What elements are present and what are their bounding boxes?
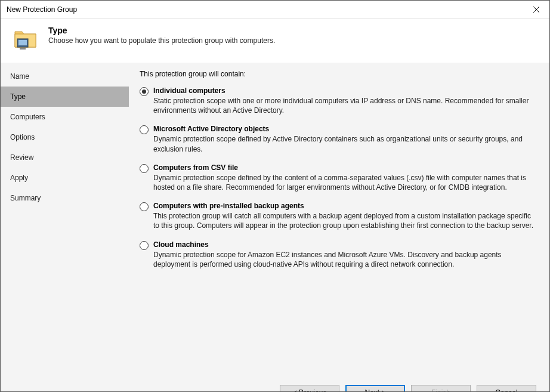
close-button[interactable] [523, 1, 549, 18]
radio-individual-computers[interactable] [140, 87, 149, 96]
wizard-body: Name Type Computers Options Review Apply… [1, 63, 549, 376]
sidebar: Name Type Computers Options Review Apply… [1, 63, 129, 376]
option-csv-file[interactable]: Computers from CSV file Dynamic protecti… [140, 163, 535, 192]
option-text: Computers with pre-installed backup agen… [153, 202, 535, 230]
option-cloud-machines[interactable]: Cloud machines Dynamic protection scope … [140, 240, 535, 269]
option-text: Microsoft Active Directory objects Dynam… [153, 125, 535, 153]
option-text: Cloud machines Dynamic protection scope … [153, 240, 535, 269]
option-active-directory[interactable]: Microsoft Active Directory objects Dynam… [140, 125, 535, 153]
cancel-button[interactable]: Cancel [477, 385, 536, 392]
svg-rect-1 [18, 40, 27, 45]
option-desc: This protection group will catch all com… [153, 211, 535, 230]
sidebar-item-options[interactable]: Options [1, 127, 129, 147]
header-text: Type Choose how you want to populate thi… [48, 26, 275, 45]
option-title: Computers with pre-installed backup agen… [153, 202, 535, 210]
header-icon [11, 26, 40, 54]
option-title: Individual computers [153, 87, 535, 95]
option-desc: Dynamic protection scope defined by the … [153, 173, 535, 192]
sidebar-item-apply[interactable]: Apply [1, 168, 129, 188]
sidebar-item-review[interactable]: Review [1, 147, 129, 168]
option-title: Microsoft Active Directory objects [153, 125, 535, 133]
radio-cloud-machines[interactable] [140, 241, 149, 250]
finish-button: Finish [411, 385, 471, 392]
previous-button[interactable]: < Previous [280, 385, 339, 392]
content-intro: This protection group will contain: [140, 70, 535, 78]
wizard-header: Type Choose how you want to populate thi… [1, 18, 549, 63]
sidebar-item-name[interactable]: Name [1, 66, 129, 87]
option-desc: Dynamic protection scope defined by Acti… [153, 134, 535, 153]
option-preinstalled-agents[interactable]: Computers with pre-installed backup agen… [140, 202, 535, 230]
option-text: Individual computers Static protection s… [153, 87, 535, 115]
folder-computer-icon [11, 26, 40, 54]
page-subtitle: Choose how you want to populate this pro… [48, 36, 275, 45]
option-title: Computers from CSV file [153, 163, 535, 172]
close-icon [533, 7, 539, 13]
option-desc: Static protection scope with one or more… [153, 96, 535, 115]
sidebar-item-type[interactable]: Type [1, 87, 129, 107]
sidebar-item-summary[interactable]: Summary [1, 188, 129, 208]
page-title: Type [48, 26, 275, 35]
content-area: This protection group will contain: Indi… [129, 63, 549, 376]
titlebar: New Protection Group [1, 1, 549, 18]
sidebar-item-computers[interactable]: Computers [1, 107, 129, 127]
radio-preinstalled-agents[interactable] [140, 202, 149, 211]
svg-rect-2 [20, 48, 26, 50]
wizard-footer: < Previous Next > Finish Cancel [1, 376, 549, 392]
option-text: Computers from CSV file Dynamic protecti… [153, 163, 535, 192]
option-individual-computers[interactable]: Individual computers Static protection s… [140, 87, 535, 115]
window-title: New Protection Group [7, 5, 77, 14]
next-button[interactable]: Next > [345, 385, 405, 392]
radio-csv-file[interactable] [140, 164, 149, 173]
option-title: Cloud machines [153, 240, 535, 249]
option-desc: Dynamic protection scope for Amazon EC2 … [153, 250, 535, 269]
radio-active-directory[interactable] [140, 125, 149, 134]
